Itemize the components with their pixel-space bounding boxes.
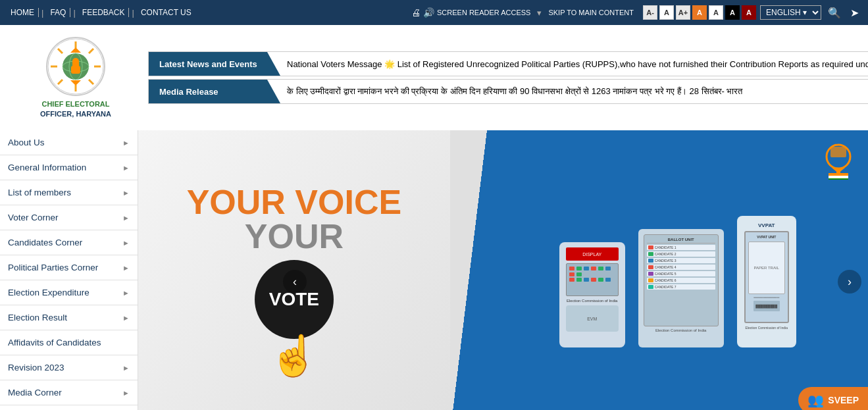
language-select[interactable]: ENGLISH ▾ हिंदी (760, 5, 821, 20)
sidebar-item-affidavits[interactable]: Affidavits of Candidates (0, 330, 138, 355)
nav-faq[interactable]: FAQ (46, 8, 70, 17)
slide-1: YOUR VOICE YOUR VOTE ☝ (138, 130, 868, 410)
slider-prev-button[interactable]: ‹ (283, 270, 307, 294)
screen-reader-link: 🖨 🔊 SCREEN READER ACCESS (411, 7, 530, 18)
news-ticker-1-text: National Voters Message 🌟 List of Regist… (287, 59, 868, 69)
evm-control-unit: DISPLAY (559, 242, 625, 347)
news-tab2-label: Media Release (159, 87, 218, 97)
sidebar-label-candidates: Candidates Corner (8, 238, 82, 247)
sidebar-item-media[interactable]: Media Corner ► (0, 380, 138, 405)
arrow-icon: ► (122, 139, 130, 147)
font-theme-orange[interactable]: A (692, 5, 707, 20)
news-ticker-1: National Voters Message 🌟 List of Regist… (280, 59, 868, 69)
logo-text: CHIEF ELECTORAL OFFICER, HARYANA (40, 99, 111, 118)
hand-pointing-icon: ☝ (269, 332, 319, 379)
sidebar-label-members: List of members (8, 188, 71, 197)
sidebar-item-candidates[interactable]: Candidates Corner ► (0, 230, 138, 255)
svg-rect-22 (829, 178, 848, 180)
logo-circle (46, 37, 105, 96)
vvpat-unit: VVPAT VVPAT UNIT PAPER TRAIL ═══════════… (737, 216, 796, 347)
news-ticker-2-text: के लिए उम्मीदवारों द्वारा नामांकन भरने क… (287, 86, 742, 97)
font-increase[interactable]: A+ (676, 5, 690, 20)
sidebar-label-affidavits: Affidavits of Candidates (8, 338, 101, 347)
nav-contact[interactable]: CONTACT US (137, 8, 195, 17)
svg-rect-13 (71, 66, 80, 74)
top-bar: HOME | FAQ | FEEDBACK | CONTACT US 🖨 🔊 S… (0, 0, 868, 25)
arrow-icon: ► (122, 189, 130, 197)
sidebar-item-general[interactable]: General Information ► (0, 155, 138, 180)
accessibility-controls: 🖨 🔊 SCREEN READER ACCESS ▾ SKIP TO MAIN … (411, 5, 861, 20)
font-theme-darkred[interactable]: A (742, 5, 756, 20)
sidebar: About Us ► General Information ► List of… (0, 130, 138, 410)
sidebar-label-result: Election Result (8, 313, 67, 322)
sveep-label: SVEEP (828, 395, 859, 405)
sidebar-item-about[interactable]: About Us ► (0, 130, 138, 155)
nav-home[interactable]: HOME (7, 8, 39, 17)
arrow-icon: ► (122, 239, 130, 247)
news-tab-media[interactable]: Media Release (149, 80, 280, 103)
font-theme-black[interactable]: A (725, 5, 740, 20)
news-tab-latest[interactable]: Latest News and Events (149, 52, 280, 76)
screen-reader-text[interactable]: SCREEN READER ACCESS (437, 9, 530, 16)
sidebar-item-voter[interactable]: Voter Corner ► (0, 205, 138, 230)
news-ticker-2: के लिए उम्मीदवारों द्वारा नामांकन भरने क… (280, 86, 868, 97)
svg-rect-17 (830, 147, 846, 157)
sidebar-label-expenditure: Election Expenditure (8, 288, 89, 297)
skip-to-main[interactable]: SKIP TO MAIN CONTENT (548, 9, 634, 16)
logo-svg (47, 38, 104, 95)
font-normal[interactable]: A (659, 5, 674, 20)
nav-feedback[interactable]: FEEDBACK (78, 8, 130, 17)
eci-logo (819, 140, 858, 180)
sidebar-label-about: About Us (8, 138, 45, 147)
news-row-2: Media Release के लिए उम्मीदवारों द्वारा … (148, 79, 868, 104)
svg-rect-21 (829, 176, 848, 178)
arrow-icon: ► (122, 364, 130, 372)
font-theme-white[interactable]: A (709, 5, 723, 20)
sidebar-label-general: General Information (8, 163, 86, 172)
slider-next-button[interactable]: › (838, 270, 861, 294)
svg-rect-20 (829, 173, 848, 176)
your-voice-text: YOUR VOICE (187, 185, 402, 219)
arrow-icon: ► (122, 264, 130, 272)
font-size-controls: A- A A+ A A A A (643, 5, 756, 20)
sidebar-label-revision: Revision 2023 (8, 363, 64, 372)
arrow-icon: ► (122, 214, 130, 222)
news-tab1-label: Latest News and Events (159, 59, 257, 69)
evm-ballot-unit: BALLOT UNIT CANDIDATE 1 CANDIDATE 2 (638, 229, 724, 347)
news-panel: Latest News and Events National Voters M… (145, 51, 868, 104)
main-layout: About Us ► General Information ► List of… (0, 130, 868, 410)
arrow-icon: ► (122, 164, 130, 172)
sidebar-item-members[interactable]: List of members ► (0, 180, 138, 205)
slide-right-panel: DISPLAY (487, 130, 868, 410)
vvpat-label: VVPAT (758, 222, 775, 228)
sveep-icon: 👥 (807, 392, 824, 408)
your-text: YOUR (245, 219, 344, 253)
sidebar-label-political: Political Parties Corner (8, 263, 98, 272)
sidebar-label-voter: Voter Corner (8, 213, 59, 222)
logo-area: CHIEF ELECTORAL OFFICER, HARYANA (7, 37, 145, 118)
sidebar-item-expenditure[interactable]: Election Expenditure ► (0, 280, 138, 305)
arrow-icon: ► (122, 289, 130, 297)
search-button[interactable]: 🔍 (825, 7, 844, 19)
arrow-icon: ► (122, 389, 130, 397)
site-header: CHIEF ELECTORAL OFFICER, HARYANA Latest … (0, 25, 868, 130)
top-nav: HOME | FAQ | FEEDBACK | CONTACT US (7, 8, 195, 18)
main-content: YOUR VOICE YOUR VOTE ☝ (138, 130, 868, 410)
arrow-icon: ► (122, 314, 130, 322)
sidebar-item-result[interactable]: Election Result ► (0, 305, 138, 330)
sidebar-item-political[interactable]: Political Parties Corner ► (0, 255, 138, 280)
login-button[interactable]: ➤ (848, 7, 861, 19)
evm-display: DISPLAY (559, 216, 796, 347)
news-row-1: Latest News and Events National Voters M… (148, 51, 868, 76)
sveep-badge[interactable]: 👥 SVEEP (798, 387, 868, 410)
sidebar-item-revision[interactable]: Revision 2023 ► (0, 355, 138, 380)
sidebar-label-media: Media Corner (8, 388, 62, 397)
slide-divider (450, 130, 488, 410)
font-decrease[interactable]: A- (643, 5, 657, 20)
